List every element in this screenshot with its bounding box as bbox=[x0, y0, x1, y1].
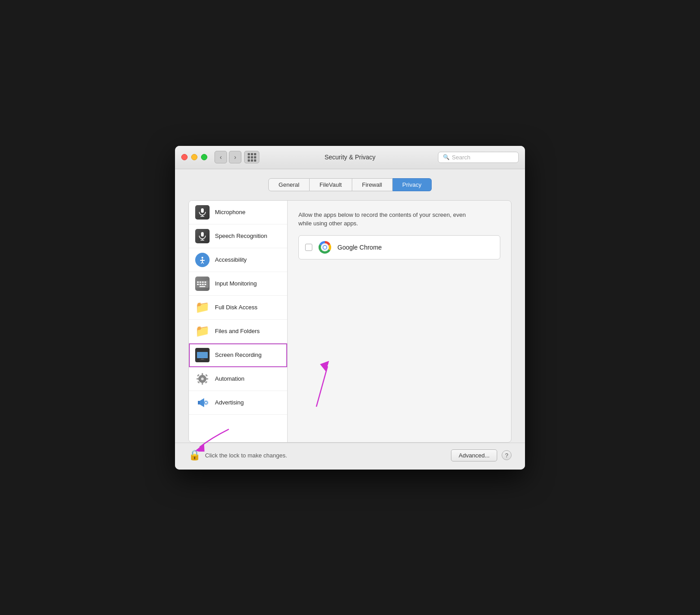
svg-rect-18 bbox=[200, 284, 201, 285]
svg-point-46 bbox=[324, 246, 327, 249]
chrome-checkbox[interactable] bbox=[305, 244, 312, 251]
folder-files-icon: 📁 bbox=[195, 324, 210, 338]
sidebar-item-files-folders[interactable]: 📁 Files and Folders bbox=[189, 320, 287, 343]
svg-rect-23 bbox=[197, 352, 208, 358]
content-area: General FileVault Firewall Privacy bbox=[175, 169, 525, 443]
svg-point-39 bbox=[205, 401, 207, 404]
sidebar-label-files-folders: Files and Folders bbox=[215, 328, 260, 334]
tab-privacy[interactable]: Privacy bbox=[393, 178, 432, 191]
nav-buttons: ‹ › bbox=[214, 151, 241, 163]
sidebar: Microphone Speech Recognition bbox=[189, 201, 288, 442]
sidebar-item-automation[interactable]: Automation bbox=[189, 367, 287, 391]
keyboard-icon bbox=[195, 277, 210, 291]
close-button[interactable] bbox=[181, 154, 188, 160]
sidebar-item-full-disk[interactable]: 📁 Full Disk Access bbox=[189, 296, 287, 320]
right-panel: Allow the apps below to record the conte… bbox=[288, 201, 511, 442]
sidebar-label-input-monitoring: Input Monitoring bbox=[215, 280, 257, 287]
grid-button[interactable] bbox=[244, 151, 259, 163]
apps-list: Google Chrome bbox=[298, 235, 500, 259]
sidebar-label-microphone: Microphone bbox=[215, 209, 245, 215]
app-row-chrome: Google Chrome bbox=[299, 236, 500, 259]
maximize-button[interactable] bbox=[201, 154, 207, 160]
megaphone-icon bbox=[195, 395, 210, 410]
sidebar-item-screen-recording[interactable]: Screen Recording bbox=[189, 343, 287, 367]
titlebar: ‹ › Security & Privacy 🔍 bbox=[175, 146, 525, 169]
svg-rect-16 bbox=[205, 281, 206, 283]
sidebar-label-screen-recording: Screen Recording bbox=[215, 351, 262, 358]
svg-rect-31 bbox=[197, 374, 200, 377]
help-button[interactable]: ? bbox=[502, 450, 512, 460]
sidebar-item-speech[interactable]: Speech Recognition bbox=[189, 224, 287, 248]
svg-rect-24 bbox=[201, 359, 204, 360]
sidebar-label-advertising: Advertising bbox=[215, 399, 244, 406]
sidebar-label-accessibility: Accessibility bbox=[215, 256, 247, 263]
svg-rect-15 bbox=[202, 281, 204, 283]
grid-icon bbox=[248, 153, 256, 162]
forward-button[interactable]: › bbox=[229, 151, 241, 163]
speech-icon bbox=[195, 229, 210, 243]
search-icon: 🔍 bbox=[443, 154, 450, 160]
lock-icon[interactable]: 🔒 bbox=[188, 449, 201, 461]
bottom-bar: 🔒 Click the lock to make changes. Advanc… bbox=[175, 443, 525, 470]
svg-point-7 bbox=[201, 257, 203, 259]
main-panel-wrapper: Microphone Speech Recognition bbox=[188, 200, 512, 443]
svg-rect-38 bbox=[198, 401, 200, 404]
system-preferences-window: ‹ › Security & Privacy 🔍 General FileVau… bbox=[175, 146, 525, 470]
svg-rect-3 bbox=[201, 232, 204, 237]
accessibility-icon bbox=[195, 253, 210, 267]
svg-rect-20 bbox=[205, 284, 206, 285]
sidebar-label-speech: Speech Recognition bbox=[215, 233, 267, 239]
screen-recording-icon bbox=[195, 348, 210, 362]
chrome-icon bbox=[318, 240, 332, 255]
svg-rect-25 bbox=[199, 360, 206, 360]
sidebar-item-advertising[interactable]: Advertising bbox=[189, 391, 287, 415]
sidebar-item-microphone[interactable]: Microphone bbox=[189, 201, 287, 224]
lock-text: Click the lock to make changes. bbox=[205, 452, 287, 459]
tab-filevault[interactable]: FileVault bbox=[310, 178, 352, 191]
tab-firewall[interactable]: Firewall bbox=[352, 178, 393, 191]
main-panel: Microphone Speech Recognition bbox=[188, 200, 512, 443]
folder-disk-icon: 📁 bbox=[195, 300, 210, 315]
advanced-button[interactable]: Advanced... bbox=[451, 449, 497, 461]
sidebar-label-full-disk: Full Disk Access bbox=[215, 304, 258, 311]
window-title: Security & Privacy bbox=[324, 154, 376, 161]
svg-rect-14 bbox=[200, 281, 201, 283]
description-text: Allow the apps below to record the conte… bbox=[298, 211, 469, 228]
back-button[interactable]: ‹ bbox=[214, 151, 227, 163]
svg-point-36 bbox=[201, 378, 204, 380]
microphone-icon bbox=[195, 205, 210, 220]
app-name-chrome: Google Chrome bbox=[337, 244, 382, 251]
tab-general[interactable]: General bbox=[268, 178, 310, 191]
tabs: General FileVault Firewall Privacy bbox=[188, 178, 512, 191]
svg-rect-21 bbox=[200, 286, 206, 287]
svg-rect-32 bbox=[205, 374, 208, 377]
svg-rect-0 bbox=[201, 208, 204, 213]
sidebar-item-accessibility[interactable]: Accessibility bbox=[189, 248, 287, 272]
minimize-button[interactable] bbox=[191, 154, 197, 160]
search-input[interactable] bbox=[452, 154, 514, 161]
sidebar-label-automation: Automation bbox=[215, 375, 245, 382]
svg-rect-19 bbox=[202, 284, 204, 285]
search-box[interactable]: 🔍 bbox=[438, 152, 519, 163]
traffic-lights bbox=[181, 154, 207, 160]
svg-rect-17 bbox=[197, 284, 199, 285]
lock-area: 🔒 Click the lock to make changes. bbox=[188, 449, 287, 461]
sidebar-item-input-monitoring[interactable]: Input Monitoring bbox=[189, 272, 287, 296]
gear-icon bbox=[195, 372, 210, 386]
svg-rect-13 bbox=[197, 281, 199, 283]
